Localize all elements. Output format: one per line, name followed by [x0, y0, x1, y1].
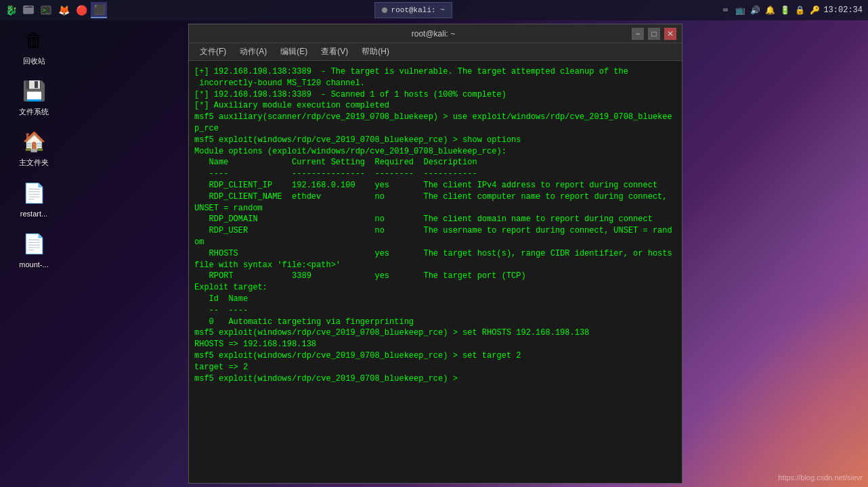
mount-icon[interactable]: 📄 mount-... [14, 231, 54, 269]
terminal-line: RHOSTS yes The target host(s), range CID… [194, 248, 676, 271]
display-icon[interactable]: 📺 [734, 4, 746, 16]
terminal-line: incorrectly-bound MS_T120 channel. [194, 78, 676, 89]
terminal-line: msf5 exploit(windows/rdp/cve_2019_0708_b… [194, 327, 676, 339]
firefox-icon[interactable]: 🦊 [56, 2, 72, 18]
taskbar-window-title: root@kali: ~ [391, 6, 445, 14]
menu-help[interactable]: 帮助(H) [356, 45, 395, 59]
kali-menu-icon[interactable]: 🐉 [3, 2, 19, 18]
terminal-menubar: 文件(F) 动作(A) 编辑(E) 查看(V) 帮助(H) [189, 43, 682, 61]
terminal-line: msf5 exploit(windows/rdp/cve_2019_0708_b… [194, 350, 676, 362]
volume-icon[interactable]: 🔊 [749, 4, 761, 16]
menu-view[interactable]: 查看(V) [316, 45, 353, 59]
menu-file[interactable]: 文件(F) [194, 45, 232, 59]
active-terminal-icon[interactable]: ⬛ [91, 2, 107, 18]
svg-text:>_: >_ [43, 7, 49, 14]
desktop-icons: 🗑 回收站 💾 文件系统 🏠 主文件夹 📄 restart... 📄 mount… [14, 27, 54, 269]
security-icon[interactable]: 🔑 [808, 4, 821, 16]
recycle-bin-img: 🗑 [20, 27, 47, 54]
recycle-bin-label: 回收站 [23, 57, 45, 66]
terminal-line: msf5 exploit(windows/rdp/cve_2019_0708_b… [194, 373, 676, 385]
terminal-line: RDP_CLIENT_IP 192.168.0.100 yes The clie… [194, 180, 676, 191]
keyboard-icon[interactable]: ⌨ [719, 4, 731, 16]
files-icon[interactable] [20, 2, 37, 18]
mount-img: 📄 [20, 231, 47, 258]
terminal-body[interactable]: [+] 192.168.198.138:3389 - The target is… [189, 61, 682, 483]
clock: 13:02:34 [823, 5, 863, 15]
restart-img: 📄 [20, 180, 47, 207]
terminal-line: Exploit target: [194, 282, 676, 294]
maximize-button[interactable]: □ [648, 28, 660, 40]
terminal-line: ---- --------------- -------- ----------… [194, 168, 676, 180]
terminal-titlebar: root@kali: ~ − □ ✕ [189, 24, 682, 43]
window-indicator [382, 7, 387, 13]
watermark: https://blog.csdn.net/sievr [778, 473, 863, 482]
recycle-bin-icon[interactable]: 🗑 回收站 [14, 27, 54, 66]
taskbar-center: root@kali: ~ [107, 2, 719, 18]
menu-edit[interactable]: 编辑(E) [275, 45, 313, 59]
restart-label: restart... [20, 210, 47, 218]
terminal-line: [*] 192.168.198.138:3389 - Scanned 1 of … [194, 89, 676, 101]
terminal-line: -- ---- [194, 305, 676, 317]
terminal-line: RPORT 3389 yes The target port (TCP) [194, 271, 676, 282]
notification-icon[interactable]: 🔔 [764, 4, 776, 16]
minimize-button[interactable]: − [632, 28, 644, 40]
terminal-window: root@kali: ~ − □ ✕ 文件(F) 动作(A) 编辑(E) 查看(… [188, 24, 682, 484]
terminal-line: msf5 exploit(windows/rdp/cve_2019_0708_b… [194, 135, 676, 146]
terminal-line: 0 Automatic targeting via fingerprinting [194, 317, 676, 328]
terminal-line: [+] 192.168.198.138:3389 - The target is… [194, 66, 676, 78]
taskbar-left: 🐉 >_ 🦊 🔴 ⬛ [0, 2, 107, 18]
svg-rect-2 [24, 7, 33, 14]
terminal-title: root@kali: ~ [235, 29, 632, 39]
home-folder-label: 主文件夹 [19, 158, 49, 167]
terminal-controls: − □ ✕ [632, 28, 676, 40]
desktop: 🐉 >_ 🦊 🔴 ⬛ root@kali: ~ ⌨ 📺 🔊 🔔 🔋 🔒 [0, 0, 868, 487]
filesystem-img: 💾 [20, 78, 47, 105]
terminal-icon[interactable]: >_ [38, 2, 54, 18]
taskbar: 🐉 >_ 🦊 🔴 ⬛ root@kali: ~ ⌨ 📺 🔊 🔔 🔋 🔒 [0, 0, 868, 20]
filesystem-label: 文件系统 [19, 108, 49, 116]
restart-icon[interactable]: 📄 restart... [14, 180, 54, 218]
close-button[interactable]: ✕ [664, 28, 676, 40]
taskbar-right: ⌨ 📺 🔊 🔔 🔋 🔒 🔑 13:02:34 [719, 4, 868, 16]
lock-icon[interactable]: 🔒 [794, 4, 806, 16]
terminal-line: RHOSTS => 192.168.198.138 [194, 339, 676, 350]
menu-action[interactable]: 动作(A) [234, 45, 272, 59]
battery-icon[interactable]: 🔋 [779, 4, 791, 16]
terminal-line: RDP_CLIENT_NAME ethdev no The client com… [194, 191, 676, 214]
terminal-line: target => 2 [194, 362, 676, 373]
app-icon-1[interactable]: 🔴 [73, 2, 89, 18]
home-folder-img: 🏠 [20, 129, 47, 156]
terminal-line: Name Current Setting Required Descriptio… [194, 157, 676, 168]
terminal-line: Module options (exploit/windows/rdp/cve_… [194, 146, 676, 158]
filesystem-icon[interactable]: 💾 文件系统 [14, 78, 54, 116]
terminal-line: RDP_USER no The username to report durin… [194, 225, 676, 248]
terminal-line: msf5 auxiliary(scanner/rdp/cve_2019_0708… [194, 112, 676, 135]
terminal-line: RDP_DOMAIN no The client domain name to … [194, 214, 676, 225]
mount-label: mount-... [19, 260, 48, 269]
terminal-line: [*] Auxiliary module execution completed [194, 100, 676, 112]
home-folder-icon[interactable]: 🏠 主文件夹 [14, 129, 54, 167]
taskbar-window-button[interactable]: root@kali: ~ [374, 2, 452, 18]
terminal-line: Id Name [194, 294, 676, 305]
